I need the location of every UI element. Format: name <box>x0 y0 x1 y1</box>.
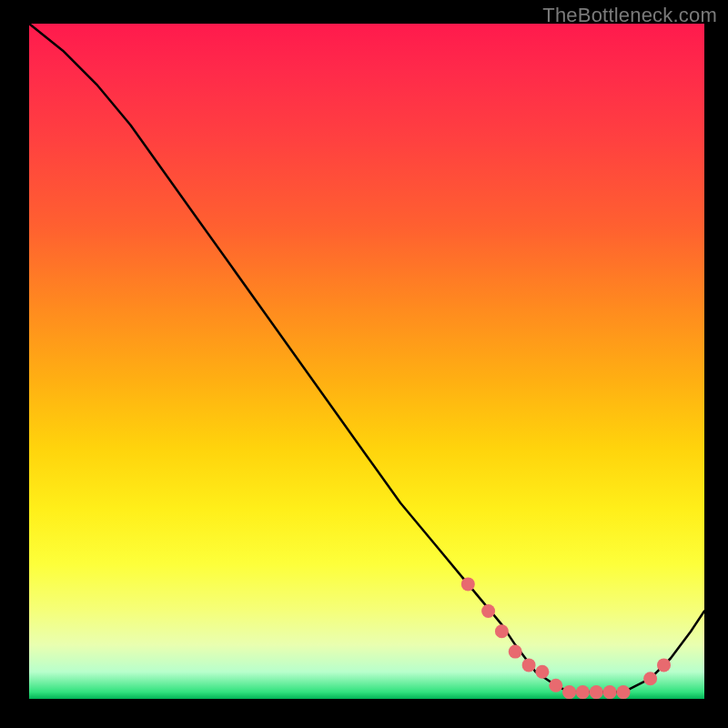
marker-dot <box>522 658 536 672</box>
bottleneck-curve <box>29 24 704 693</box>
marker-dot <box>461 577 475 591</box>
marker-dot <box>535 665 549 679</box>
curve-svg <box>29 24 704 699</box>
plot-area <box>29 24 704 699</box>
marker-dot <box>576 685 590 699</box>
marker-dot <box>481 604 495 618</box>
marker-dot <box>562 685 576 699</box>
marker-dot <box>643 672 657 685</box>
marker-dot <box>509 645 522 659</box>
marker-dot <box>603 685 617 699</box>
marker-dot <box>590 685 603 699</box>
marker-dot <box>549 679 562 693</box>
marker-dot <box>617 685 631 699</box>
chart-frame: TheBottleneck.com <box>0 0 728 728</box>
marker-dot <box>495 624 509 638</box>
marker-dot <box>657 658 671 672</box>
marker-group <box>461 577 671 699</box>
